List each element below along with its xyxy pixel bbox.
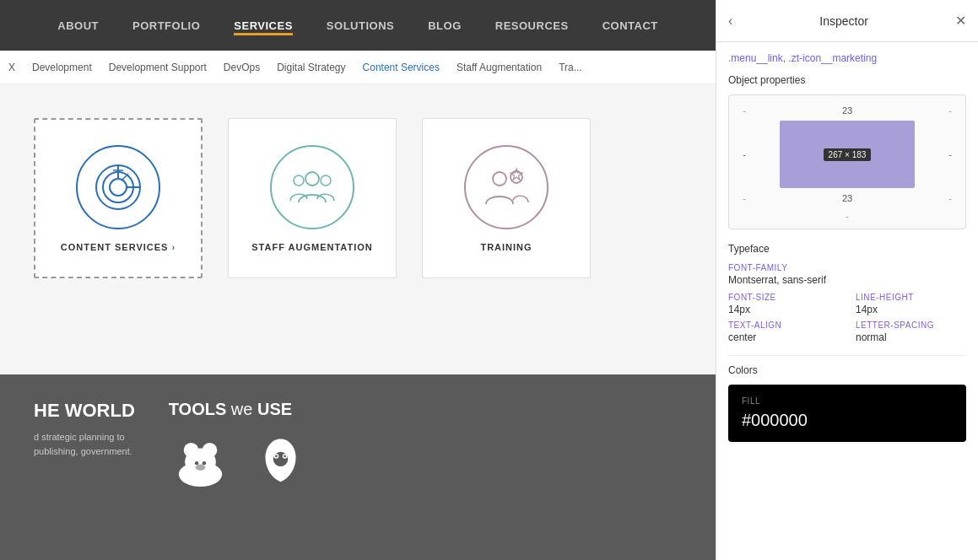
bottom-body-text: d strategic planning to	[34, 430, 135, 444]
text-align-label: TEXT-ALIGN	[728, 320, 839, 330]
content-services-label: CONTENT SERVICES ›	[61, 242, 176, 252]
svg-point-18	[202, 461, 205, 465]
inspector-panel: ‹ Inspector ✕ .menu__link, .zt-icon__mar…	[716, 0, 978, 560]
training-card[interactable]: TRAINING	[422, 118, 591, 278]
svg-point-7	[305, 172, 319, 186]
bottom-body-text2: publishing, government.	[34, 444, 135, 459]
sec-nav-content-services[interactable]: Content Services	[363, 62, 440, 73]
margin-left-dash: -	[743, 149, 746, 159]
padding-bottom-value: 23	[842, 193, 852, 203]
margin-top-left-dash: -	[743, 105, 746, 116]
letter-spacing-label: LETTER-SPACING	[856, 320, 966, 330]
tools-icons	[169, 436, 682, 491]
svg-marker-12	[511, 169, 522, 180]
svg-point-24	[284, 455, 286, 457]
svg-point-8	[294, 175, 304, 186]
drupal-icon	[257, 436, 304, 491]
colors-section: Colors FILL #000000	[728, 364, 966, 442]
target-icon	[93, 162, 143, 213]
object-properties-label: Object properties	[728, 74, 966, 86]
letter-spacing-col: LETTER-SPACING normal	[856, 320, 966, 343]
svg-point-16	[202, 443, 217, 458]
training-icon	[464, 145, 548, 229]
staff-augmentation-icon	[270, 145, 354, 229]
inspector-body: .menu__link, .zt-icon__marketing Object …	[716, 42, 978, 560]
svg-point-23	[275, 455, 278, 457]
typeface-size-row: FONT-SIZE 14px LINE-HEIGHT 14px	[728, 293, 966, 315]
svg-point-19	[195, 465, 205, 471]
font-family-label: FONT-FAMILY	[728, 263, 966, 272]
size-label: 267 × 183	[824, 148, 872, 161]
margin-right-dash: -	[948, 149, 952, 159]
staff-augmentation-label: STAFF AUGMENTATION	[251, 242, 372, 252]
sec-nav-digital-strategy[interactable]: Digital Strategy	[277, 62, 345, 73]
typeface-align-row: TEXT-ALIGN center LETTER-SPACING normal	[728, 320, 966, 343]
colors-label: Colors	[728, 364, 966, 376]
bottom-left: HE WORLD d strategic planning to publish…	[34, 400, 135, 458]
bear-icon	[169, 440, 232, 487]
nav-blog[interactable]: BLOG	[428, 16, 462, 35]
training-label: TRAINING	[480, 242, 532, 252]
padding-top-value: 23	[842, 105, 852, 116]
letter-spacing-value: normal	[856, 331, 966, 343]
inspector-header: ‹ Inspector ✕	[716, 0, 978, 42]
typeface-label: Typeface	[728, 243, 966, 255]
nav-resources[interactable]: RESOURCES	[495, 16, 569, 35]
sec-nav-staff-augmentation[interactable]: Staff Augmentation	[457, 62, 542, 73]
people-group-icon	[287, 162, 338, 213]
svg-line-6	[122, 174, 128, 180]
sec-nav-devops[interactable]: DevOps	[224, 62, 260, 73]
cards-row: CONTENT SERVICES › STAFF AUGMENT	[34, 118, 699, 278]
selector-text: .menu__link, .zt-icon__marketing	[728, 52, 966, 64]
inspector-title: Inspector	[732, 14, 955, 28]
fill-value: #000000	[742, 411, 953, 430]
content-services-icon	[76, 145, 160, 229]
fill-label: FILL	[742, 396, 953, 406]
font-size-label: FONT-SIZE	[728, 293, 839, 302]
svg-point-9	[321, 175, 331, 186]
margin-bottom-left-dash: -	[743, 193, 746, 203]
font-family-value: Montserrat, sans-serif	[728, 274, 966, 286]
object-size-box: 267 × 183	[780, 121, 915, 188]
line-height-value: 14px	[856, 304, 966, 315]
people-star-icon	[481, 162, 532, 213]
sec-nav-x[interactable]: X	[8, 62, 15, 73]
website-area: ABOUT PORTFOLIO SERVICES SOLUTIONS BLOG …	[0, 0, 716, 560]
divider	[728, 355, 966, 356]
svg-point-15	[183, 443, 198, 458]
nav-about[interactable]: ABOUT	[57, 16, 99, 35]
top-nav: ABOUT PORTFOLIO SERVICES SOLUTIONS BLOG …	[0, 0, 716, 51]
font-size-col: FONT-SIZE 14px	[728, 293, 839, 315]
fill-color-box: FILL #000000	[728, 385, 966, 442]
text-align-value: center	[728, 331, 839, 343]
font-size-value: 14px	[728, 304, 839, 315]
nav-solutions[interactable]: SOLUTIONS	[327, 16, 394, 35]
tools-heading: TOOLS we USE	[169, 400, 682, 419]
bottom-section: HE WORLD d strategic planning to publish…	[0, 374, 716, 560]
nav-contact[interactable]: CONTACT	[602, 16, 658, 35]
margin-bottom-right-dash: -	[948, 193, 952, 203]
sec-nav-tra[interactable]: Tra...	[559, 62, 582, 73]
text-align-col: TEXT-ALIGN center	[728, 320, 839, 343]
line-height-col: LINE-HEIGHT 14px	[856, 293, 966, 315]
svg-point-10	[493, 172, 506, 186]
nav-portfolio[interactable]: PORTFOLIO	[132, 16, 200, 35]
content-services-arrow: ›	[172, 242, 176, 252]
bottom-outer-dash: -	[846, 211, 849, 221]
typeface-section: Typeface FONT-FAMILY Montserrat, sans-se…	[728, 243, 966, 343]
object-properties-container: - 23 - - 267 × 183 - - 23 - -	[728, 94, 966, 229]
svg-point-17	[195, 461, 198, 465]
bottom-headline: HE WORLD	[34, 400, 135, 422]
staff-augmentation-card[interactable]: STAFF AUGMENTATION	[228, 118, 397, 278]
bottom-right: TOOLS we USE	[169, 400, 682, 491]
size-box-visual: 267 × 183	[780, 121, 915, 188]
svg-point-2	[110, 179, 127, 196]
sec-nav-development[interactable]: Development	[32, 62, 92, 73]
margin-top-right-dash: -	[948, 105, 952, 116]
line-height-label: LINE-HEIGHT	[856, 293, 966, 302]
nav-services[interactable]: SERVICES	[234, 16, 293, 35]
sec-nav-development-support[interactable]: Development Support	[109, 62, 207, 73]
secondary-nav: X Development Development Support DevOps…	[0, 51, 716, 84]
content-services-card[interactable]: CONTENT SERVICES ›	[34, 118, 203, 278]
inspector-close-button[interactable]: ✕	[955, 13, 966, 29]
